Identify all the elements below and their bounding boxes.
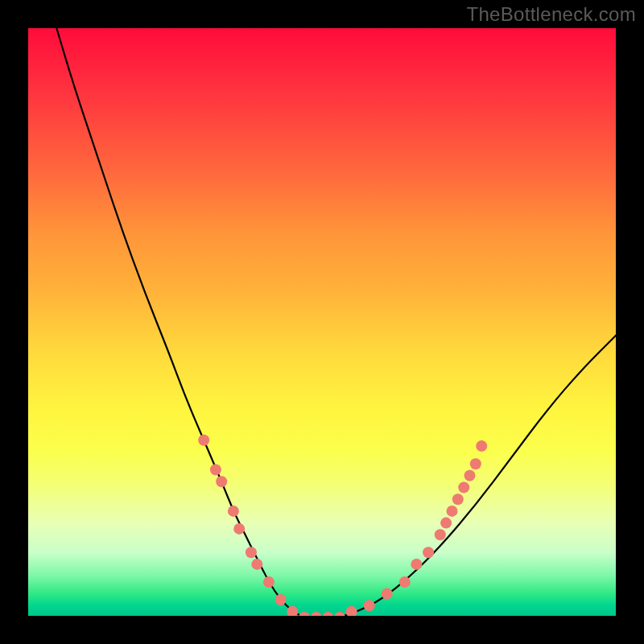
marker-point [275, 594, 287, 605]
marker-point [470, 458, 481, 469]
marker-point [228, 506, 239, 517]
marker-point [216, 476, 227, 487]
marker-point [263, 576, 275, 588]
watermark-text: TheBottleneck.com [466, 3, 636, 26]
marker-point [334, 612, 345, 617]
marker-point [399, 576, 411, 588]
marker-point [251, 559, 262, 570]
marker-point [287, 606, 298, 617]
marker-point [364, 600, 375, 611]
marker-point [447, 506, 458, 517]
marker-point [435, 529, 446, 540]
marker-point [322, 612, 333, 617]
marker-point [452, 493, 464, 505]
marker-point [423, 547, 434, 558]
marker-point [233, 523, 245, 535]
marker-point [198, 435, 209, 446]
curve-markers [27, 27, 617, 617]
plot-area [27, 27, 617, 617]
marker-point [382, 588, 393, 600]
chart-frame: TheBottleneck.com [0, 0, 644, 644]
marker-point [299, 612, 310, 617]
marker-point [411, 559, 422, 570]
marker-point [440, 518, 452, 529]
marker-point [464, 470, 476, 481]
marker-point [458, 482, 469, 493]
marker-point [476, 440, 487, 452]
marker-point [346, 606, 357, 617]
marker-point [311, 612, 322, 617]
marker-point [246, 547, 257, 558]
marker-point [210, 464, 221, 476]
